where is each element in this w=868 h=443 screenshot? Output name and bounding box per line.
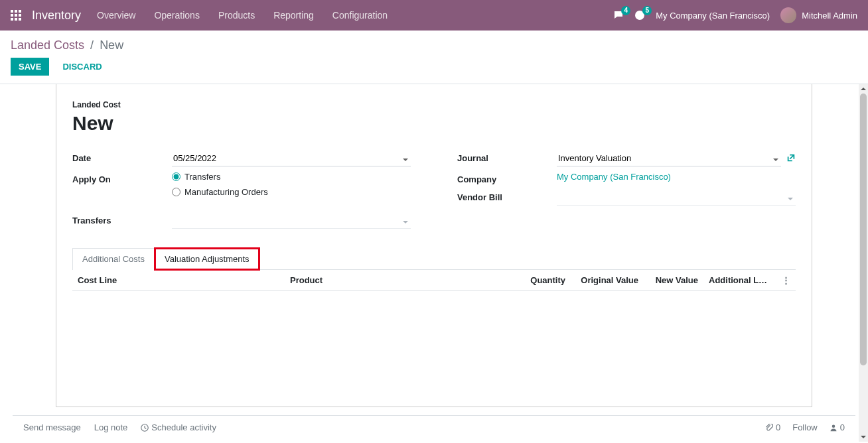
content-area: Landed Cost New Date Apply On (0, 84, 868, 442)
attachments-count[interactable]: 0 (765, 422, 780, 432)
menu-products[interactable]: Products (218, 10, 255, 21)
notebook-tabs: Additional Costs Valuation Adjustments (72, 247, 796, 270)
col-new-value: New Value (644, 275, 703, 285)
caret-down-icon (403, 217, 408, 227)
breadcrumb: Landed Costs / New (11, 38, 857, 52)
label-company: Company (457, 172, 557, 184)
radio-mo-label: Manufacturing Orders (184, 187, 268, 197)
scrollbar-track[interactable] (859, 94, 868, 432)
table-header: Cost Line Product Quantity Original Valu… (72, 270, 796, 291)
radio-manufacturing-orders[interactable]: Manufacturing Orders (172, 187, 411, 197)
discard-button[interactable]: Discard (54, 58, 109, 76)
avatar-icon (780, 7, 796, 23)
activities-badge: 5 (642, 6, 652, 15)
menu-overview[interactable]: Overview (97, 10, 135, 21)
tab-additional-costs[interactable]: Additional Costs (72, 248, 155, 270)
radio-transfers-label: Transfers (184, 172, 220, 182)
schedule-activity-label: Schedule activity (151, 422, 216, 432)
col-cost-line: Cost Line (72, 275, 285, 285)
send-message-button[interactable]: Send message (23, 422, 81, 432)
transfers-input[interactable] (172, 213, 411, 229)
svg-rect-8 (19, 18, 21, 21)
svg-rect-6 (11, 18, 13, 21)
label-transfers: Transfers (72, 213, 172, 225)
small-title: Landed Cost (72, 100, 796, 109)
scroll-down-icon[interactable] (859, 432, 868, 442)
table-body-empty (72, 291, 796, 391)
main-menu: Overview Operations Products Reporting C… (97, 10, 388, 21)
journal-input[interactable] (557, 151, 781, 166)
radio-mo-input[interactable] (172, 188, 181, 196)
date-input[interactable] (172, 151, 411, 166)
top-navbar: Inventory Overview Operations Products R… (0, 0, 868, 31)
systray: 4 5 My Company (San Francisco) Mitchell … (613, 7, 857, 23)
col-additional-landed: Additional La… (703, 275, 776, 285)
svg-rect-1 (15, 10, 17, 13)
clock-icon (141, 424, 149, 432)
follow-button[interactable]: Follow (792, 422, 818, 432)
svg-point-10 (832, 424, 835, 428)
svg-rect-2 (19, 10, 21, 13)
company-switcher[interactable]: My Company (San Francisco) (656, 11, 770, 21)
menu-configuration[interactable]: Configuration (332, 10, 388, 21)
person-icon (830, 424, 837, 432)
col-original-value: Original Value (571, 275, 644, 285)
schedule-activity-button[interactable]: Schedule activity (141, 422, 216, 432)
breadcrumb-current: New (100, 38, 123, 52)
record-title: New (72, 112, 796, 135)
log-note-button[interactable]: Log note (94, 422, 128, 432)
tab-valuation-adjustments[interactable]: Valuation Adjustments (155, 248, 259, 270)
radio-transfers-input[interactable] (172, 172, 181, 181)
col-product: Product (285, 275, 518, 285)
svg-rect-7 (15, 18, 17, 21)
external-link-icon[interactable] (786, 153, 796, 164)
label-apply-on: Apply On (72, 172, 172, 184)
breadcrumb-parent[interactable]: Landed Costs (11, 38, 84, 52)
paperclip-icon (765, 424, 773, 432)
messages-icon[interactable]: 4 (613, 10, 624, 21)
menu-operations[interactable]: Operations (154, 10, 199, 21)
svg-rect-4 (15, 14, 17, 17)
scrollbar-thumb[interactable] (860, 94, 867, 365)
app-brand[interactable]: Inventory (32, 9, 81, 23)
apps-icon[interactable] (11, 10, 21, 21)
label-journal: Journal (457, 151, 557, 163)
caret-down-icon (788, 194, 793, 204)
user-menu[interactable]: Mitchell Admin (780, 7, 857, 23)
label-vendor-bill: Vendor Bill (457, 190, 557, 202)
radio-transfers[interactable]: Transfers (172, 172, 411, 182)
messages-badge: 4 (621, 6, 630, 15)
label-date: Date (72, 151, 172, 163)
svg-rect-0 (11, 10, 13, 13)
svg-rect-5 (19, 14, 21, 17)
vendor-bill-input[interactable] (557, 190, 796, 206)
menu-reporting[interactable]: Reporting (273, 10, 314, 21)
activities-icon[interactable]: 5 (634, 10, 645, 21)
scroll-up-icon[interactable] (859, 84, 868, 94)
followers-count[interactable]: 0 (830, 422, 845, 432)
company-value[interactable]: My Company (San Francisco) (557, 172, 671, 182)
chatter: Send message Log note Schedule activity … (13, 415, 855, 442)
form-sheet: Landed Cost New Date Apply On (56, 84, 812, 407)
save-button[interactable]: Save (11, 58, 49, 76)
control-panel: Landed Costs / New Save Discard (0, 31, 868, 76)
optional-columns-icon[interactable]: ⋮ (776, 275, 796, 285)
user-name: Mitchell Admin (802, 11, 857, 21)
svg-rect-3 (11, 14, 13, 17)
col-quantity: Quantity (518, 275, 571, 285)
breadcrumb-separator: / (90, 38, 94, 52)
